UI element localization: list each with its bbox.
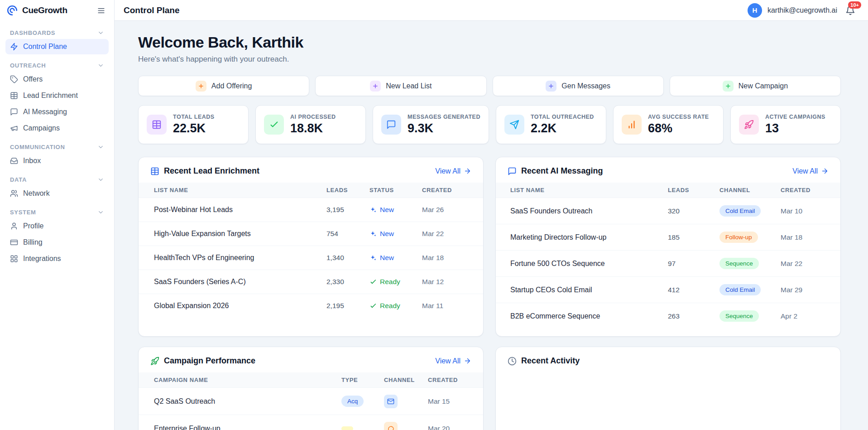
check-icon	[369, 302, 377, 309]
sidebar-section-header-outreach[interactable]: OUTREACH	[5, 59, 109, 72]
status-cell: New	[369, 206, 422, 214]
created-cell: Mar 22	[781, 260, 833, 268]
chevron-down-icon	[97, 62, 104, 69]
stat-active-campaigns: ACTIVE CAMPAIGNS 13	[730, 105, 841, 144]
sidebar-item-network[interactable]: Network	[5, 186, 109, 201]
sidebar-item-offers[interactable]: Offers	[5, 72, 109, 87]
status-cell: Ready	[369, 278, 422, 286]
leads-cell: 3,195	[326, 206, 369, 214]
table-row[interactable]: HealthTech VPs of Engineering 1,340 New …	[139, 246, 483, 270]
table-row[interactable]: Global Expansion 2026 2,195 Ready Mar 11	[139, 294, 483, 318]
action-label: Add Offering	[211, 82, 252, 90]
sidebar-item-profile[interactable]: Profile	[5, 218, 109, 234]
leads-cell: 185	[668, 233, 719, 242]
stat-value: 13	[765, 121, 825, 135]
created-cell: Mar 10	[781, 207, 833, 215]
sidebar-section-system: SYSTEM Profile Billing Integrations	[5, 206, 109, 266]
leads-cell: 97	[668, 260, 719, 268]
stat-ai-processed: AI PROCESSED 18.8K	[255, 105, 366, 144]
section-label: DATA	[10, 176, 27, 183]
list-name-cell: Startup CEOs Cold Email	[510, 286, 668, 294]
list-name-cell: High-Value Expansion Targets	[154, 230, 326, 238]
created-cell: Mar 18	[422, 254, 476, 262]
gen-messages-button[interactable]: Gen Messages	[493, 76, 664, 96]
chat-icon	[384, 422, 398, 430]
sidebar-section-header-dashboards[interactable]: DASHBOARDS	[5, 26, 109, 39]
view-all-ai-messaging[interactable]: View All	[792, 167, 829, 175]
view-all-campaign-performance[interactable]: View All	[435, 357, 471, 365]
sidebar-section-header-communication[interactable]: COMMUNICATION	[5, 140, 109, 153]
created-cell: Apr 2	[781, 312, 833, 320]
check-icon	[369, 278, 377, 285]
arrow-right-icon	[821, 167, 829, 175]
sidebar-item-ai-messaging[interactable]: AI Messaging	[5, 104, 109, 120]
sidebar-item-campaigns[interactable]: Campaigns	[5, 121, 109, 136]
section-label: COMMUNICATION	[10, 144, 65, 150]
sidebar-section-outreach: OUTREACH Offers Lead Enrichment AI Messa…	[5, 59, 109, 136]
hamburger-menu-icon[interactable]	[94, 4, 108, 17]
table-row[interactable]: Startup CEOs Cold Email 412 Cold Email M…	[496, 276, 840, 303]
view-all-lead-enrichment[interactable]: View All	[435, 167, 471, 175]
created-cell: Mar 11	[422, 302, 476, 310]
created-cell: Mar 20	[428, 425, 475, 430]
topbar: Control Plane H karthik@cuegrowth.ai 10+	[115, 0, 868, 21]
campaign-performance-panel: Campaign Performance View All CAMPAIGN N…	[138, 347, 484, 430]
stat-label: AI PROCESSED	[290, 114, 336, 120]
campaign-name-cell: Enterprise Follow-up	[154, 425, 341, 430]
stat-label: AVG SUCCESS RATE	[648, 114, 709, 120]
sidebar-item-label: Lead Enrichment	[23, 92, 78, 100]
table-icon	[147, 115, 167, 135]
stat-value: 9.3K	[408, 121, 480, 135]
leads-cell: 263	[668, 312, 719, 320]
sidebar: CueGrowth DASHBOARDS Control Plane	[0, 0, 115, 430]
sidebar-item-label: Billing	[23, 238, 43, 246]
sidebar-section-communication: COMMUNICATION Inbox	[5, 140, 109, 169]
stat-avg-success-rate: AVG SUCCESS RATE 68%	[613, 105, 724, 144]
table-row[interactable]: Fortune 500 CTOs Sequence 97 Sequence Ma…	[496, 250, 840, 276]
recent-activity-panel: Recent Activity	[495, 347, 841, 430]
table-row[interactable]: Post-Webinar Hot Leads 3,195 New Mar 26	[139, 198, 483, 222]
list-name-cell: Fortune 500 CTOs Sequence	[510, 260, 668, 268]
new-campaign-button[interactable]: New Campaign	[670, 76, 841, 96]
zap-icon	[10, 43, 18, 51]
sidebar-item-label: Network	[23, 189, 50, 198]
section-label: DASHBOARDS	[10, 29, 55, 36]
chevron-down-icon	[97, 29, 104, 36]
sidebar-section-header-system[interactable]: SYSTEM	[5, 206, 109, 218]
app-root: CueGrowth DASHBOARDS Control Plane	[0, 0, 868, 430]
table-row[interactable]: Enterprise Follow-up Mar 20	[139, 415, 483, 430]
panel-title: Campaign Performance	[150, 356, 255, 366]
table-row[interactable]: B2B eCommerce Sequence 263 Sequence Apr …	[496, 303, 840, 329]
megaphone-icon	[10, 124, 18, 132]
add-offering-button[interactable]: Add Offering	[138, 76, 309, 96]
table-header: LIST NAMELEADSSTATUSCREATED	[139, 183, 483, 198]
sidebar-item-label: Integrations	[23, 255, 61, 263]
table-row[interactable]: SaaS Founders (Series A-C) 2,330 Ready M…	[139, 270, 483, 294]
ai-messaging-panel: Recent AI Messaging View All LIST NAMELE…	[495, 157, 841, 337]
sidebar-item-billing[interactable]: Billing	[5, 235, 109, 250]
user-avatar[interactable]: H	[748, 3, 762, 18]
sidebar-section-header-data[interactable]: DATA	[5, 173, 109, 186]
table-row[interactable]: High-Value Expansion Targets 754 New Mar…	[139, 222, 483, 246]
campaign-name-cell: Q2 SaaS Outreach	[154, 397, 341, 406]
leads-cell: 754	[326, 230, 369, 238]
notifications-button[interactable]: 10+	[843, 3, 858, 18]
sidebar-item-lead-enrichment[interactable]: Lead Enrichment	[5, 88, 109, 103]
table-row[interactable]: SaaS Founders Outreach 320 Cold Email Ma…	[496, 198, 840, 224]
created-cell: Mar 26	[422, 206, 476, 214]
sidebar-item-inbox[interactable]: Inbox	[5, 153, 109, 169]
new-lead-list-button[interactable]: New Lead List	[315, 76, 486, 96]
users-icon	[10, 189, 18, 198]
sidebar-item-control-plane[interactable]: Control Plane	[5, 39, 109, 54]
table-row[interactable]: Marketing Directors Follow-up 185 Follow…	[496, 224, 840, 250]
panel-header: Recent AI Messaging View All	[496, 157, 840, 183]
message-icon	[10, 108, 18, 116]
message-icon	[381, 115, 401, 135]
bottom-panels: Campaign Performance View All CAMPAIGN N…	[138, 347, 841, 430]
table-row[interactable]: Q2 SaaS Outreach Acq Mar 15	[139, 387, 483, 415]
sidebar-item-integrations[interactable]: Integrations	[5, 251, 109, 266]
chevron-down-icon	[97, 144, 104, 150]
message-icon	[508, 167, 517, 176]
created-cell: Mar 12	[422, 278, 476, 286]
dashboard-content: Welcome Back, Karthik Here's what's happ…	[115, 21, 868, 430]
